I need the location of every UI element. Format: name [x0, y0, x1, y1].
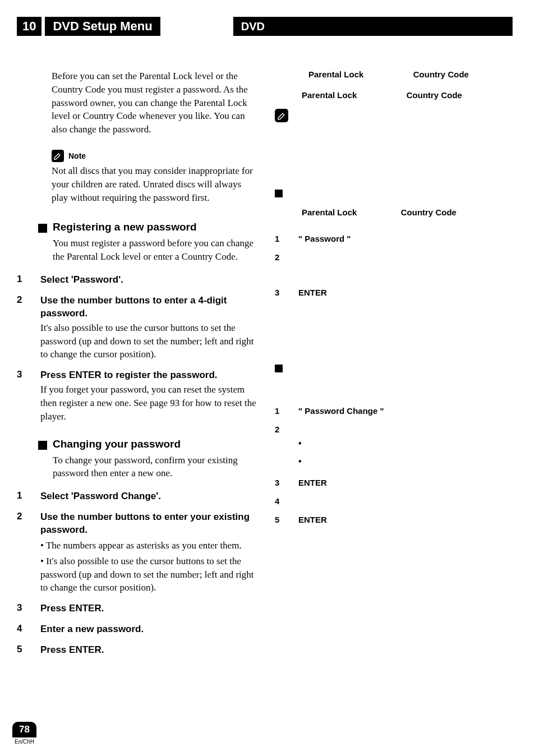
step-number: 1: [275, 406, 282, 416]
step-number: 1: [17, 274, 28, 285]
step-number: 5: [17, 644, 28, 655]
chapter-title: DVD Setup Menu: [45, 17, 160, 36]
step-row: 3 Press ENTER to register the password. …: [17, 369, 258, 423]
page-footer: 78 En/ChH: [12, 722, 36, 745]
section-body: To change your password, confirm your ex…: [53, 454, 258, 481]
step-row: 1 Select 'Password Change'.: [17, 490, 258, 503]
right-step-row: 1 " Password Change ": [275, 406, 499, 416]
label-line: Parental Lock Country Code: [302, 90, 499, 100]
right-column: Parental Lock Country Code Parental Lock…: [275, 70, 499, 665]
step-title: Use the number buttons to enter a 4-digi…: [40, 294, 258, 320]
step-title: Enter a new password.: [40, 623, 258, 636]
enter-label: ENTER: [298, 515, 327, 524]
square-bullet-icon: [38, 441, 47, 450]
right-step-row: 1 " Password ": [275, 234, 499, 243]
note-text: Not all discs that you may consider inap…: [52, 164, 258, 204]
pencil-icon: [275, 109, 288, 122]
step-title: Press ENTER to register the password.: [40, 369, 258, 382]
left-column: Before you can set the Parental Lock lev…: [17, 70, 258, 665]
page-header: 10 DVD Setup Menu DVD: [17, 17, 513, 36]
section-heading-row: Changing your password: [38, 438, 258, 450]
step-title: Select 'Password Change'.: [40, 490, 258, 503]
section-heading-row: Registering a new password: [38, 221, 258, 233]
step-number: 3: [17, 369, 28, 380]
step-bullet: • It's also possible to use the cursor b…: [40, 555, 258, 594]
step-title: Press ENTER.: [40, 602, 258, 615]
enter-label: ENTER: [298, 478, 327, 487]
enter-label: ENTER: [298, 288, 327, 297]
step-row: 4 Enter a new password.: [17, 623, 258, 636]
pencil-icon: [52, 150, 64, 162]
parental-lock-label: Parental Lock: [308, 70, 363, 79]
step-row: 1 Select 'Password'.: [17, 274, 258, 287]
country-code-label: Country Code: [413, 70, 469, 79]
country-code-label: Country Code: [407, 90, 462, 100]
step-row: 2 Use the number buttons to enter a 4-di…: [17, 294, 258, 361]
step-number: 3: [275, 478, 282, 487]
right-step-row: 4: [275, 496, 499, 506]
password-change-label: " Password Change ": [298, 406, 384, 416]
step-number: 2: [275, 425, 282, 434]
page-number: 78: [12, 722, 36, 737]
intro-text: Before you can set the Parental Lock lev…: [52, 70, 258, 136]
label-line: Parental Lock Country Code: [302, 208, 499, 217]
step-number: 3: [17, 602, 28, 614]
step-row: 2 Use the number buttons to enter your e…: [17, 511, 258, 594]
square-bullet-icon: [275, 365, 283, 372]
parental-lock-label: Parental Lock: [302, 90, 357, 100]
right-step-row: 3 ENTER: [275, 288, 499, 297]
empty-bullet: [298, 457, 499, 467]
step-number: 1: [275, 234, 282, 243]
step-title: Select 'Password'.: [40, 274, 258, 287]
step-row: 3 Press ENTER.: [17, 602, 258, 615]
password-label: " Password ": [298, 234, 350, 243]
footer-lang: En/ChH: [15, 739, 36, 745]
bullet-text: It's also possible to use the cursor but…: [40, 556, 254, 593]
label-line: Parental Lock Country Code: [308, 70, 499, 79]
section-body: You must register a password before you …: [53, 237, 258, 264]
step-body: It's also possible to use the cursor but…: [40, 321, 258, 361]
right-step-row: 3 ENTER: [275, 478, 499, 487]
country-code-label: Country Code: [401, 208, 456, 217]
step-number: 1: [17, 490, 28, 501]
step-number: 3: [275, 288, 282, 297]
step-bullet: • The numbers appear as asterisks as you…: [40, 539, 258, 552]
step-body: If you forget your password, you can res…: [40, 383, 258, 423]
chapter-sub: DVD: [233, 17, 273, 36]
step-row: 5 Press ENTER.: [17, 644, 258, 657]
step-number: 4: [17, 623, 28, 634]
chapter-number: 10: [17, 17, 41, 36]
step-number: 2: [17, 294, 28, 306]
square-bullet-icon: [275, 190, 283, 197]
step-number: 5: [275, 515, 282, 524]
right-step-row: 2: [275, 425, 499, 434]
note-block: Note Not all discs that you may consider…: [52, 150, 258, 204]
parental-lock-label: Parental Lock: [302, 208, 357, 217]
bullet-text: The numbers appear as asterisks as you e…: [46, 540, 242, 551]
note-label: Note: [68, 151, 86, 160]
section-heading: Changing your password: [53, 438, 181, 450]
step-title: Use the number buttons to enter your exi…: [40, 511, 258, 537]
square-bullet-icon: [38, 224, 47, 233]
step-number: 2: [275, 252, 282, 262]
step-number: 4: [275, 496, 282, 506]
step-number: 2: [17, 511, 28, 522]
step-title: Press ENTER.: [40, 644, 258, 657]
section-heading: Registering a new password: [53, 221, 197, 233]
right-step-row: 5 ENTER: [275, 515, 499, 524]
right-step-row: 2: [275, 252, 499, 262]
empty-bullet: [298, 439, 499, 449]
